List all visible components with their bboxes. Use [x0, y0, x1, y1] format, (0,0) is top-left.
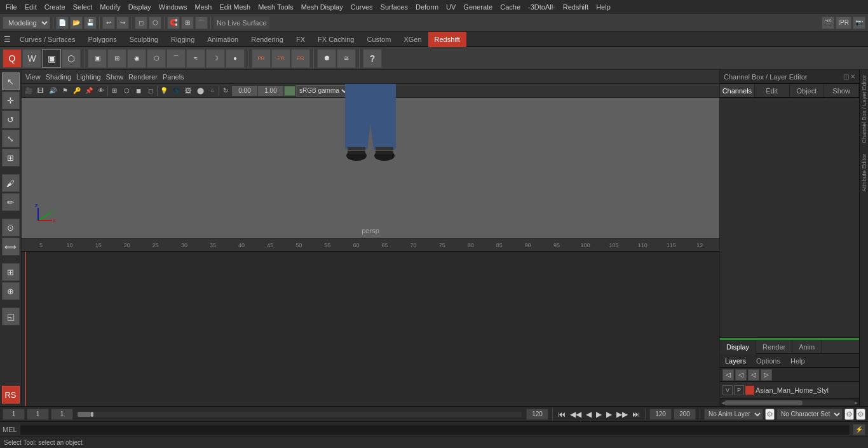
vp-audio-btn[interactable]: 🔊: [47, 85, 58, 97]
shape-icon-7[interactable]: ☽: [206, 49, 225, 68]
vp-bbox-btn[interactable]: ⬡: [121, 85, 132, 97]
tab-custom[interactable]: Custom: [361, 32, 398, 47]
menu-item-uv[interactable]: UV: [443, 3, 459, 11]
xray-btn[interactable]: ◱: [2, 308, 20, 325]
layer-playback[interactable]: P: [734, 385, 744, 395]
layer-dup-btn[interactable]: ◁: [735, 369, 747, 381]
pb-play-btn[interactable]: ▶: [595, 410, 603, 419]
pb-skip-start-btn[interactable]: ⏮: [557, 410, 567, 419]
soft-select-btn[interactable]: ⊙: [2, 219, 20, 236]
pr-icon-2[interactable]: PR: [271, 49, 290, 68]
menu-item-generate[interactable]: Generate: [460, 3, 496, 11]
tab-gear[interactable]: ☰: [1, 35, 13, 44]
vp-snap-btn[interactable]: 📌: [83, 85, 95, 97]
mode-select[interactable]: Modeling: [3, 17, 50, 29]
panels-menu[interactable]: Panels: [163, 73, 184, 81]
scroll-right-btn[interactable]: ▸: [855, 399, 858, 406]
menu-item-windows[interactable]: Windows: [156, 3, 191, 11]
open-btn[interactable]: 📂: [70, 17, 83, 29]
anim-layer-select[interactable]: No Anim Layer: [704, 409, 763, 420]
vp-camera-btn[interactable]: 🎥: [23, 85, 34, 97]
layer-subtab-layers[interactable]: Layers: [722, 357, 749, 365]
transform-icon-4[interactable]: ⬡: [62, 49, 81, 68]
shape-icon-6[interactable]: ≈: [186, 49, 205, 68]
camera-btn[interactable]: 📷: [853, 17, 865, 29]
layer-new-btn[interactable]: ◁: [722, 369, 734, 381]
tab-rigging[interactable]: Rigging: [165, 32, 201, 47]
sculpt-tool-btn[interactable]: ✏: [2, 193, 20, 211]
vp-grid-btn[interactable]: ⊞: [109, 85, 120, 97]
undo-btn[interactable]: ↩: [102, 17, 115, 29]
tab-rendering[interactable]: Rendering: [245, 32, 290, 47]
pr-icon-3[interactable]: PR: [291, 49, 310, 68]
vp-wire-btn[interactable]: ◻: [145, 85, 156, 97]
rotate-tool-btn[interactable]: ↺: [2, 111, 20, 128]
redshift-btn[interactable]: RS: [2, 386, 20, 404]
vp-screen-btn[interactable]: ⬤: [194, 85, 206, 97]
menu-item-edit[interactable]: Edit: [22, 3, 40, 11]
pr-icon-1[interactable]: PR: [252, 49, 271, 68]
view-menu[interactable]: View: [25, 73, 41, 81]
layer-subtab-options[interactable]: Options: [754, 357, 783, 365]
help-icon[interactable]: ?: [363, 49, 382, 68]
misc-icon-2[interactable]: ≋: [337, 49, 356, 68]
shape-icon-5[interactable]: ⌒: [166, 49, 186, 68]
select-tool-btn[interactable]: ↖: [2, 72, 20, 90]
menu-item-modify[interactable]: Modify: [97, 3, 123, 11]
mel-run-btn[interactable]: ⚡: [853, 424, 865, 435]
vp-poly-btn[interactable]: ◼: [133, 85, 144, 97]
shape-icon-4[interactable]: ⬡: [147, 49, 166, 68]
shape-icon-1[interactable]: ▣: [88, 49, 107, 68]
snap-grid-btn[interactable]: ⊞: [181, 17, 194, 29]
tab-sculpting[interactable]: Sculpting: [123, 32, 165, 47]
vp-color-btn[interactable]: [284, 86, 295, 96]
vp-light-btn[interactable]: 💡: [158, 85, 170, 97]
layer-subtab-help[interactable]: Help: [788, 357, 808, 365]
brush-tool-btn[interactable]: 🖌: [2, 174, 20, 192]
vp-circle-btn[interactable]: ○: [207, 85, 218, 97]
pb-prev-frame-btn[interactable]: ◀: [585, 410, 593, 419]
vp-shad-btn[interactable]: 🌑: [170, 85, 182, 97]
snap-btn[interactable]: 🧲: [167, 17, 180, 29]
vp-value2-input[interactable]: 1.00: [258, 86, 283, 96]
layer-row[interactable]: V P Asian_Man_Home_Styl: [721, 383, 858, 397]
transform-tool-btn[interactable]: ⊞: [2, 149, 20, 166]
save-btn[interactable]: 💾: [84, 17, 97, 29]
vp-key-btn[interactable]: 🔑: [71, 85, 83, 97]
menu-item-select[interactable]: Select: [70, 3, 96, 11]
layer-right-btn[interactable]: ▷: [761, 369, 772, 381]
tab-fx[interactable]: FX: [290, 32, 311, 47]
shading-menu[interactable]: Shading: [46, 73, 71, 81]
tab-edit[interactable]: Edit: [755, 84, 790, 97]
char-set-select[interactable]: No Character Set: [776, 409, 843, 420]
new-btn[interactable]: 📄: [56, 17, 69, 29]
rp-resize-btn[interactable]: ◫: [843, 73, 849, 80]
layer-del-btn[interactable]: ◁: [748, 369, 759, 381]
menu-item-surfaces[interactable]: Surfaces: [377, 3, 411, 11]
menu-item-mesh-display[interactable]: Mesh Display: [298, 3, 346, 11]
transform-icon-2[interactable]: W: [22, 49, 41, 68]
render-settings-btn[interactable]: 🎬: [822, 17, 834, 29]
menu-item-curves[interactable]: Curves: [348, 3, 376, 11]
pb-next-key-btn[interactable]: ▶▶: [615, 410, 629, 419]
menu-item-help[interactable]: Help: [593, 3, 614, 11]
shape-icon-2[interactable]: ⊞: [107, 49, 126, 68]
vp-value1-input[interactable]: 0.00: [232, 86, 257, 96]
tab-object[interactable]: Object: [790, 84, 825, 97]
snap-curve-btn[interactable]: ⌒: [195, 17, 208, 29]
pb-range-slider[interactable]: [78, 412, 522, 417]
anim-layer-gear[interactable]: ⚙: [765, 409, 775, 420]
renderer-menu[interactable]: Renderer: [128, 73, 158, 81]
select-btn[interactable]: ◻: [135, 17, 147, 29]
tab-channels[interactable]: Channels: [720, 84, 755, 97]
layer-visibility[interactable]: V: [722, 385, 733, 395]
layer-tab-display[interactable]: Display: [720, 340, 756, 354]
transform-icon-1[interactable]: Q: [3, 49, 22, 68]
layer-tab-anim[interactable]: Anim: [792, 340, 822, 354]
scale-tool-btn[interactable]: ⤡: [2, 130, 20, 147]
transform-icon-3[interactable]: ▣: [42, 49, 61, 68]
vp-tex-btn[interactable]: 🖼: [182, 85, 194, 97]
tab-redshift[interactable]: Redshift: [428, 32, 466, 47]
move-tool-btn[interactable]: ✛: [2, 92, 20, 109]
grid-btn[interactable]: ⊞: [2, 263, 20, 281]
